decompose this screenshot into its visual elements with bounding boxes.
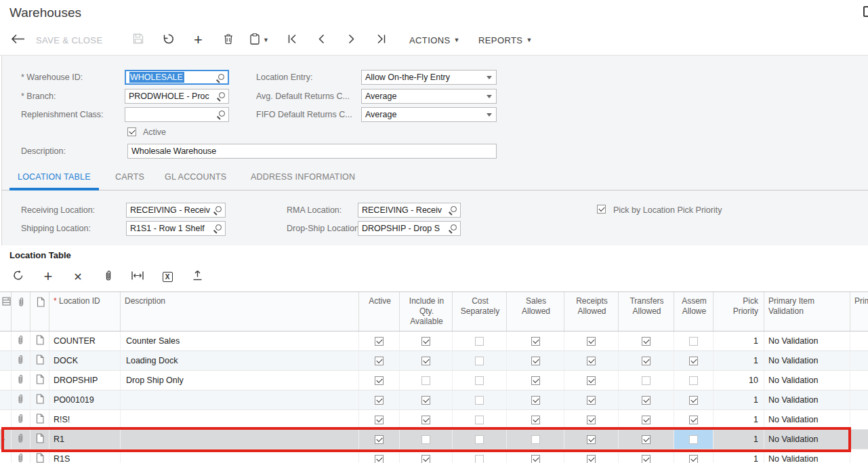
transfers-checkbox[interactable] <box>642 455 650 463</box>
cost-checkbox[interactable] <box>475 396 484 405</box>
active-checkbox[interactable] <box>375 396 384 405</box>
grid-header-sel[interactable] <box>0 292 12 331</box>
grid-cell-pri[interactable] <box>850 371 868 390</box>
grid-cell-pick[interactable]: 1 <box>714 331 764 350</box>
undo-button[interactable] <box>163 28 174 52</box>
active-checkbox[interactable] <box>375 435 384 444</box>
grid-cell-validation[interactable]: No Validation <box>764 449 850 463</box>
grid-cell-id[interactable]: DROPSHIP <box>49 371 121 390</box>
grid-cell-clip[interactable] <box>12 430 30 449</box>
grid-header-desc[interactable]: Description <box>121 292 359 331</box>
grid-header-pri[interactable]: Prim <box>850 292 868 331</box>
include-checkbox[interactable] <box>421 455 430 463</box>
cost-checkbox[interactable] <box>475 357 484 365</box>
include-checkbox[interactable] <box>421 376 430 385</box>
chevron-down-icon[interactable] <box>487 76 492 79</box>
grid-cell-active[interactable] <box>359 430 400 449</box>
grid-cell-receipts[interactable] <box>564 371 619 390</box>
table-row[interactable]: PO0010191No Validation <box>0 390 868 410</box>
receipts-checkbox[interactable] <box>587 416 596 424</box>
grid-cell-active[interactable] <box>359 331 400 350</box>
transfers-checkbox[interactable] <box>642 416 650 424</box>
grid-cell-desc[interactable]: Counter Sales <box>121 331 359 350</box>
grid-cell-pri[interactable] <box>850 410 868 429</box>
receiving-location-field[interactable]: RECEIVING - Receiv <box>126 203 226 218</box>
assem-checkbox[interactable] <box>689 416 698 424</box>
grid-header-sales[interactable]: Sales Allowed <box>507 292 564 331</box>
save-button[interactable] <box>133 28 144 52</box>
grid-cell-desc[interactable] <box>121 410 359 429</box>
tab-gl-accounts[interactable]: GL ACCOUNTS <box>157 167 234 190</box>
grid-cell-desc[interactable] <box>121 390 359 409</box>
grid-cell-pick[interactable]: 10 <box>714 371 764 390</box>
grid-header-transfers[interactable]: Transfers Allowed <box>619 292 674 331</box>
grid-cell-active[interactable] <box>359 449 400 463</box>
grid-cell-doc[interactable] <box>30 351 49 370</box>
grid-cell-transfers[interactable] <box>619 371 674 390</box>
grid-cell-sel[interactable] <box>0 449 12 463</box>
grid-header-doc[interactable] <box>30 292 49 331</box>
grid-cell-receipts[interactable] <box>564 331 619 350</box>
warehouse-id-field[interactable]: WHOLESALE <box>125 70 229 85</box>
grid-header-validation[interactable]: Primary Item Validation <box>764 292 850 331</box>
dropship-location-field[interactable]: DROPSHIP - Drop S <box>358 221 461 236</box>
grid-cell-clip[interactable] <box>12 331 30 350</box>
grid-cell-clip[interactable] <box>12 351 30 370</box>
prev-record-button[interactable] <box>318 28 325 52</box>
grid-cell-receipts[interactable] <box>564 430 619 449</box>
include-checkbox[interactable] <box>421 435 430 444</box>
active-checkbox[interactable] <box>375 416 384 424</box>
table-row[interactable]: R1S1No Validation <box>0 449 868 463</box>
grid-cell-desc[interactable] <box>121 449 359 463</box>
grid-cell-pick[interactable]: 1 <box>714 449 764 463</box>
grid-header-cost[interactable]: Cost Separately <box>453 292 507 331</box>
grid-cell-cost[interactable] <box>453 371 507 390</box>
search-icon[interactable] <box>449 206 457 214</box>
grid-cell-desc[interactable]: Loading Dock <box>121 351 359 370</box>
grid-header-include[interactable]: Include in Qty. Available <box>400 292 453 331</box>
grid-cell-desc[interactable]: Drop Ship Only <box>121 371 359 390</box>
tab-location-table[interactable]: LOCATION TABLE <box>9 167 99 190</box>
grid-cell-doc[interactable] <box>30 371 49 390</box>
delete-row-button[interactable]: ✕ <box>69 268 87 285</box>
assem-checkbox[interactable] <box>689 435 698 444</box>
grid-cell-sel[interactable] <box>0 331 12 350</box>
active-checkbox[interactable] <box>375 337 384 346</box>
active-checkbox[interactable] <box>375 455 384 463</box>
sales-checkbox[interactable] <box>531 376 540 385</box>
grid-cell-assem[interactable] <box>674 331 714 350</box>
receipts-checkbox[interactable] <box>587 396 596 405</box>
grid-cell-assem[interactable] <box>674 390 714 409</box>
transfers-checkbox[interactable] <box>642 337 650 346</box>
save-close-button[interactable]: SAVE & CLOSE <box>36 28 103 52</box>
grid-cell-transfers[interactable] <box>619 331 674 350</box>
grid-cell-sales[interactable] <box>507 430 564 449</box>
grid-header-id[interactable]: * Location ID <box>49 292 121 331</box>
assem-checkbox[interactable] <box>689 396 698 405</box>
grid-cell-include[interactable] <box>400 351 453 370</box>
search-icon[interactable] <box>216 74 224 82</box>
receipts-checkbox[interactable] <box>587 337 596 346</box>
grid-cell-validation[interactable]: No Validation <box>764 351 850 370</box>
sales-checkbox[interactable] <box>531 455 540 463</box>
pick-by-priority-checkbox[interactable] <box>597 205 606 214</box>
branch-field[interactable]: PRODWHOLE - Proc <box>125 89 229 104</box>
table-row[interactable]: ›R11No Validation <box>0 430 868 449</box>
grid-cell-sel[interactable] <box>0 390 12 409</box>
grid-header-active[interactable]: Active <box>359 292 400 331</box>
sales-checkbox[interactable] <box>531 435 540 444</box>
grid-cell-assem[interactable] <box>674 371 714 390</box>
grid-cell-cost[interactable] <box>453 390 507 409</box>
grid-cell-doc[interactable] <box>30 331 49 350</box>
receipts-checkbox[interactable] <box>587 357 596 365</box>
include-checkbox[interactable] <box>421 416 430 424</box>
receipts-checkbox[interactable] <box>587 376 596 385</box>
clipboard-button[interactable]: ▼ <box>250 28 269 52</box>
grid-cell-active[interactable] <box>359 410 400 429</box>
search-icon[interactable] <box>449 224 457 233</box>
grid-cell-pri[interactable] <box>850 449 868 463</box>
grid-cell-clip[interactable] <box>12 449 30 463</box>
grid-cell-sel[interactable] <box>0 410 12 429</box>
grid-cell-id[interactable]: R1S <box>49 449 121 463</box>
grid-cell-clip[interactable] <box>12 371 30 390</box>
